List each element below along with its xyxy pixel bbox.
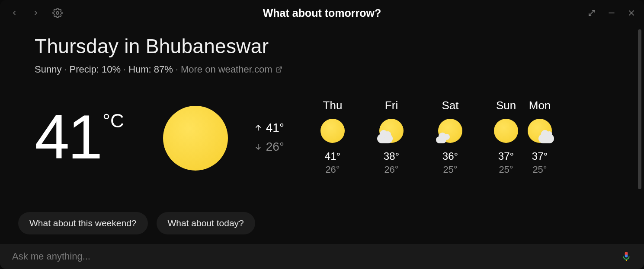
titlebar-right (587, 8, 636, 18)
forecast-day[interactable]: Fri 38° 26° (373, 99, 410, 175)
forecast-day-pair: Sun 37° 25° Mon 37° 25° (491, 99, 555, 175)
hum-label: Hum: (128, 64, 151, 75)
suggestion-chips: What about this weekend? What about toda… (18, 212, 255, 234)
back-button[interactable] (8, 6, 21, 19)
forecast-high: 41° (325, 150, 340, 162)
precip-value: 10% (102, 64, 121, 75)
svg-line-4 (279, 67, 282, 70)
minimize-button[interactable] (607, 8, 616, 18)
settings-button[interactable] (51, 6, 64, 19)
forecast-low: 25° (499, 164, 513, 175)
forecast-strip: Thu 41° 26° Fri 38° 26° Sat 36° 25° (314, 99, 555, 175)
forecast-low: 25° (532, 164, 547, 175)
sep: · (64, 64, 67, 75)
forecast-day-label: Thu (323, 99, 343, 112)
forecast-high: 37° (532, 150, 548, 162)
high-temp-row: 41° (254, 121, 284, 135)
svg-point-0 (56, 12, 59, 14)
forecast-low: 26° (384, 164, 398, 175)
window-title: What about tomorrow? (263, 7, 381, 19)
forecast-day[interactable]: Sun 37° 25° (491, 99, 521, 175)
high-temp: 41° (266, 121, 284, 135)
partly-cloudy-icon (527, 118, 552, 143)
forecast-low: 25° (443, 164, 457, 175)
input-bar (0, 244, 644, 269)
page-heading: Thursday in Bhubaneswar (35, 35, 609, 58)
temp-unit: °C (103, 110, 124, 132)
forward-button[interactable] (29, 6, 42, 19)
sunny-icon (320, 118, 345, 143)
partly-cloudy-icon (379, 118, 404, 143)
microphone-icon[interactable] (621, 251, 632, 262)
temp-value: 41 (35, 106, 101, 168)
gear-icon (52, 8, 63, 18)
more-weather-label: More on weather.com (181, 64, 272, 75)
precip-label: Precip: (70, 64, 99, 75)
arrow-down-icon (254, 142, 263, 151)
sep: · (123, 64, 126, 75)
close-icon (628, 9, 635, 17)
titlebar-left (8, 6, 64, 19)
external-link-icon (276, 66, 282, 73)
sunny-icon (163, 106, 228, 171)
current-temp: 41 °C (35, 106, 124, 168)
forecast-low: 26° (325, 164, 340, 175)
chip-today[interactable]: What about today? (157, 212, 255, 234)
sunny-icon (493, 118, 519, 143)
minimize-icon (608, 9, 615, 17)
forecast-day-label: Mon (529, 99, 551, 112)
expand-icon (588, 9, 596, 17)
close-button[interactable] (627, 8, 636, 18)
scrollbar[interactable] (638, 29, 641, 189)
more-weather-link[interactable]: More on weather.com (181, 64, 283, 75)
weather-row: 41 °C 41° 26° Thu 41° 26° (35, 99, 609, 175)
chevron-right-icon (32, 9, 39, 16)
condition-text: Sunny (35, 64, 61, 75)
forecast-high: 36° (442, 150, 458, 162)
forecast-day-label: Sun (496, 99, 516, 112)
chevron-left-icon (11, 9, 18, 16)
partly-cloudy-icon (438, 118, 463, 143)
forecast-day[interactable]: Thu 41° 26° (314, 99, 351, 175)
arrow-up-icon (254, 123, 263, 132)
assistant-window: What about tomorrow? Thursday in Bhubane… (0, 0, 644, 269)
sep: · (176, 64, 178, 75)
forecast-day-label: Fri (385, 99, 398, 112)
chip-this-weekend[interactable]: What about this weekend? (18, 212, 148, 234)
forecast-day-label: Sat (442, 99, 459, 112)
forecast-high: 38° (384, 150, 399, 162)
ask-input[interactable] (12, 251, 621, 262)
expand-button[interactable] (587, 8, 596, 18)
titlebar: What about tomorrow? (0, 0, 644, 26)
forecast-day[interactable]: Sat 36° 25° (432, 99, 468, 175)
high-low: 41° 26° (254, 121, 284, 154)
low-temp: 26° (266, 140, 284, 154)
hum-value: 87% (154, 64, 173, 75)
low-temp-row: 26° (254, 140, 284, 154)
weather-summary: Sunny · Precip: 10% · Hum: 87% · More on… (35, 64, 609, 75)
forecast-day[interactable]: Mon 37° 25° (525, 99, 555, 175)
forecast-high: 37° (498, 150, 514, 162)
